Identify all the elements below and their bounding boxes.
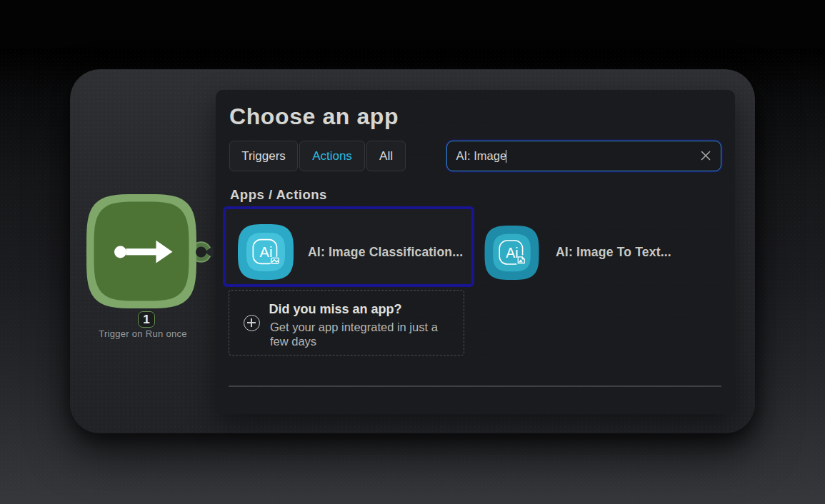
svg-text:Ai: Ai <box>260 244 273 260</box>
svg-text:Ai: Ai <box>506 245 518 261</box>
